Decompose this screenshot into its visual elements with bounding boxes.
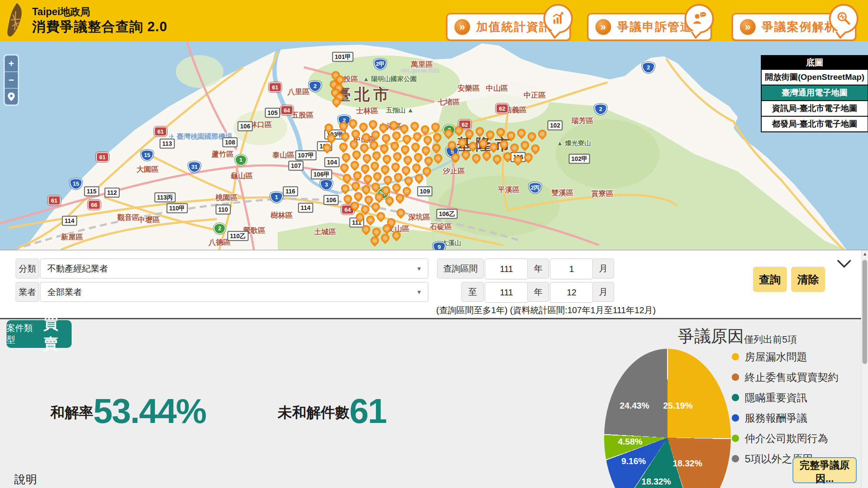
map-marker[interactable]: ◎ [358, 142, 370, 154]
map-marker[interactable]: ◎ [379, 164, 391, 175]
map-marker[interactable]: ◎ [481, 150, 493, 161]
map-marker[interactable]: ◎ [384, 195, 395, 206]
dispute-reason-pie-chart[interactable] [604, 349, 731, 488]
map-marker[interactable]: ◎ [339, 131, 351, 142]
map-marker[interactable]: ◎ [526, 131, 538, 142]
map-marker[interactable]: ◎ [509, 142, 520, 154]
map-marker[interactable]: ◎ [340, 151, 352, 163]
basemap-option[interactable]: 臺灣通用電子地圖 [762, 85, 868, 100]
basemap-option[interactable]: 都發局-臺北市電子地圖 [762, 117, 868, 131]
category-select[interactable]: 不動產經紀業者 ▼ [40, 259, 428, 278]
page-scrollbar[interactable]: ▲ [861, 250, 868, 488]
map-marker[interactable]: ◎ [484, 129, 496, 141]
map-marker[interactable]: ◎ [464, 128, 475, 140]
map-marker[interactable]: ◎ [505, 130, 517, 141]
zoom-out-button[interactable]: − [5, 72, 18, 88]
map-marker[interactable]: ◎ [423, 155, 434, 167]
nav-button-complaint-channel[interactable]: » 爭議申訴管道 [587, 13, 712, 41]
collapse-panel-button[interactable] [837, 259, 852, 271]
map-marker[interactable]: ◎ [398, 123, 410, 134]
map-marker[interactable]: ◎ [388, 119, 400, 131]
map-marker[interactable]: ◎ [498, 138, 510, 150]
map-marker[interactable]: ◎ [450, 151, 461, 163]
map-marker[interactable]: ◎ [411, 162, 422, 174]
map-marker[interactable]: ◎ [399, 144, 411, 155]
map-marker[interactable]: ◎ [488, 141, 500, 153]
map-marker[interactable]: ◎ [430, 121, 441, 133]
basemap-option[interactable]: 開放街圖(OpenStreetMap) [762, 70, 868, 85]
nav-button-case-analysis[interactable]: » 爭議案例解析 [732, 13, 856, 41]
map-marker[interactable]: ◎ [400, 164, 412, 176]
map-marker[interactable]: ◎ [368, 139, 380, 151]
map-marker[interactable]: ◎ [375, 210, 387, 222]
map-marker[interactable]: ◎ [339, 162, 350, 174]
vendor-select[interactable]: 全部業者 ▼ [40, 282, 428, 302]
map-marker[interactable]: ◎ [409, 120, 421, 132]
map-marker[interactable]: ◎ [536, 128, 548, 140]
map-marker[interactable]: ◎ [381, 153, 393, 165]
map-marker[interactable]: ◎ [382, 174, 394, 186]
map-marker[interactable]: ◎ [326, 132, 337, 144]
search-button[interactable]: 查詢 [753, 267, 787, 292]
map-marker[interactable]: ◎ [370, 181, 381, 193]
map-marker[interactable]: ◎ [422, 134, 434, 146]
map-marker[interactable]: ◎ [391, 182, 402, 193]
map-marker[interactable]: ◎ [369, 235, 381, 246]
map-marker[interactable]: ◎ [402, 154, 414, 166]
map-marker[interactable]: ◎ [359, 163, 371, 174]
map-marker[interactable]: ◎ [431, 131, 443, 143]
map-marker[interactable]: ◎ [378, 122, 389, 134]
map-marker[interactable]: ◎ [502, 151, 513, 162]
map-marker[interactable]: ◎ [410, 141, 421, 153]
map-marker[interactable]: ◎ [390, 161, 401, 173]
map-marker[interactable]: ◎ [358, 121, 369, 133]
map-marker[interactable]: ◎ [491, 153, 503, 165]
locate-button[interactable] [5, 88, 18, 105]
map-marker[interactable]: ◎ [529, 143, 541, 154]
map-marker[interactable]: ◎ [338, 120, 349, 132]
map-marker[interactable]: ◎ [378, 143, 390, 154]
map-marker[interactable]: ◎ [446, 139, 458, 151]
map-marker[interactable]: ◎ [519, 139, 531, 151]
map-marker[interactable]: ◎ [401, 133, 413, 145]
map-marker[interactable]: ◎ [467, 140, 479, 152]
map-marker[interactable]: ◎ [431, 142, 442, 154]
from-month-input[interactable] [550, 259, 593, 279]
scrollbar-thumb[interactable] [862, 260, 867, 364]
map-marker[interactable]: ◎ [432, 152, 444, 164]
map-marker[interactable]: ◎ [470, 152, 482, 164]
map-marker[interactable]: ◎ [341, 172, 353, 184]
map-marker[interactable]: ◎ [350, 180, 362, 192]
clear-button[interactable]: 清除 [791, 267, 825, 292]
map-marker[interactable]: ◎ [349, 159, 361, 171]
map-marker[interactable]: ◎ [512, 154, 524, 166]
map-marker[interactable]: ◎ [379, 232, 391, 244]
map-marker[interactable]: ◎ [453, 124, 465, 136]
map-marker[interactable]: ◎ [523, 151, 534, 163]
map-marker[interactable]: ◎ [457, 137, 468, 148]
map-marker[interactable]: ◎ [339, 183, 351, 194]
map-marker[interactable]: ◎ [380, 132, 392, 144]
map-marker[interactable]: ◎ [371, 226, 382, 238]
map-marker[interactable]: ◎ [365, 214, 376, 226]
map-marker[interactable]: ◎ [420, 144, 432, 156]
map-marker[interactable]: ◎ [323, 122, 335, 134]
full-reason-button[interactable]: 完整爭議原因... [792, 457, 857, 483]
map-marker[interactable]: ◎ [389, 140, 401, 152]
map-marker[interactable]: ◎ [367, 118, 379, 130]
basemap-option[interactable]: 資訊局-臺北市電子地圖 [762, 101, 868, 116]
map-marker[interactable]: ◎ [460, 149, 472, 160]
map-marker[interactable]: ◎ [419, 124, 431, 135]
map-canvas[interactable]: 臺北市基隆市萬里區北投區士林區內湖區中山區八里區五股區林口區泰山區樹林區鶯歌區土… [0, 41, 868, 250]
map-marker[interactable]: ◎ [421, 165, 433, 177]
map-marker[interactable]: ◎ [348, 138, 360, 150]
nav-button-statistics[interactable]: » 加值統計資訊 [446, 13, 571, 41]
map-marker[interactable]: ◎ [369, 160, 381, 172]
map-marker[interactable]: ◎ [395, 207, 407, 219]
to-month-input[interactable] [550, 282, 593, 303]
map-marker[interactable]: ◎ [391, 229, 402, 241]
map-marker[interactable]: ◎ [443, 128, 454, 139]
map-marker[interactable]: ◎ [338, 141, 349, 153]
map-marker[interactable]: ◎ [474, 125, 486, 137]
map-marker[interactable]: ◎ [347, 118, 359, 129]
